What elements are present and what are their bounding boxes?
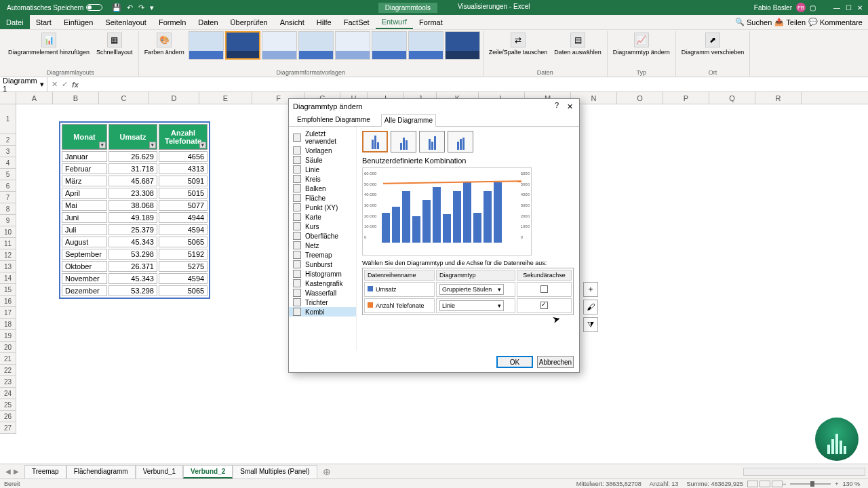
row-header-15[interactable]: 15 xyxy=(0,284,16,296)
chart-type-item[interactable]: Histogramm xyxy=(289,269,356,279)
col-header-E[interactable]: E xyxy=(199,92,252,104)
row-header-27[interactable]: 27 xyxy=(0,422,16,434)
dialog-tab[interactable]: Alle Diagramme xyxy=(381,114,436,127)
cell[interactable]: März xyxy=(62,176,107,186)
row-header-22[interactable]: 22 xyxy=(0,365,16,376)
row-header-7[interactable]: 7 xyxy=(0,192,16,203)
cell[interactable]: Dezember xyxy=(62,285,107,296)
sheet-tab[interactable]: Small Multiples (Panel) xyxy=(233,465,317,479)
row-header-26[interactable]: 26 xyxy=(0,411,16,422)
dialog-tab[interactable]: Empfohlene Diagramme xyxy=(294,114,373,126)
table-header[interactable]: Umsatz▾ xyxy=(108,124,157,150)
select-data-button[interactable]: ▤Daten auswählen xyxy=(551,31,604,57)
zoom-percent[interactable]: 130 % xyxy=(838,481,864,487)
row-header-1[interactable]: 1 xyxy=(0,104,16,134)
chart-type-item[interactable]: Karte xyxy=(289,212,356,222)
cell[interactable]: 5015 xyxy=(159,188,208,199)
filter-arrow-icon[interactable]: ▾ xyxy=(149,142,156,148)
col-header-Q[interactable]: Q xyxy=(709,92,755,104)
chart-type-item[interactable]: Netz xyxy=(289,241,356,250)
cell[interactable]: 45.343 xyxy=(108,273,157,284)
chart-type-item[interactable]: Balken xyxy=(289,184,356,193)
row-header-9[interactable]: 9 xyxy=(0,215,16,226)
chevron-down-icon[interactable]: ▾ xyxy=(40,80,44,89)
cell[interactable]: Januar xyxy=(62,151,107,162)
table-row[interactable]: April23.3085015 xyxy=(62,188,208,199)
row-header-13[interactable]: 13 xyxy=(0,261,16,272)
share-button[interactable]: 📤Teilen xyxy=(774,18,806,26)
fx-icon[interactable]: fx xyxy=(72,81,79,89)
cell[interactable]: 53.298 xyxy=(108,249,157,260)
table-header[interactable]: AnzahlTelefonate▾ xyxy=(159,124,208,150)
switch-row-col-button[interactable]: ⇄Zeile/Spalte tauschen xyxy=(486,31,551,57)
col-header-D[interactable]: D xyxy=(149,92,199,104)
row-header-3[interactable]: 3 xyxy=(0,146,16,157)
row-header-4[interactable]: 4 xyxy=(0,157,16,169)
table-row[interactable]: Februar31.7184313 xyxy=(62,163,208,174)
zoom-out-icon[interactable]: − xyxy=(783,481,786,487)
chart-type-item[interactable]: Wasserfall xyxy=(289,288,356,298)
cell[interactable]: 5275 xyxy=(159,261,208,272)
cell[interactable]: 49.189 xyxy=(108,212,157,223)
menu-item-formeln[interactable]: Formeln xyxy=(153,15,192,29)
col-header-O[interactable]: O xyxy=(617,92,663,104)
save-icon[interactable]: 💾 xyxy=(112,3,121,12)
data-table[interactable]: Monat▾Umsatz▾AnzahlTelefonate▾ Januar26.… xyxy=(59,121,210,299)
chart-type-item[interactable]: Punkt (XY) xyxy=(289,203,356,212)
cell[interactable]: 31.718 xyxy=(108,163,157,174)
chart-elements-plus-icon[interactable]: + xyxy=(583,282,598,297)
cell[interactable]: 5065 xyxy=(159,285,208,296)
cell[interactable]: Oktober xyxy=(62,261,107,272)
cell[interactable]: 38.068 xyxy=(108,200,157,211)
undo-icon[interactable]: ↶ xyxy=(127,3,133,12)
menu-item-hilfe[interactable]: Hilfe xyxy=(311,15,338,29)
col-header-C[interactable]: C xyxy=(99,92,149,104)
cell[interactable]: Juli xyxy=(62,224,107,235)
dialog-close-icon[interactable]: ✕ xyxy=(564,101,575,112)
chart-type-item[interactable]: Linie xyxy=(289,165,356,174)
row-header-2[interactable]: 2 xyxy=(0,134,16,146)
chart-type-item[interactable]: Fläche xyxy=(289,193,356,203)
row-header-25[interactable]: 25 xyxy=(0,399,16,411)
table-row[interactable]: September53.2985192 xyxy=(62,249,208,260)
chart-style-gallery[interactable] xyxy=(189,31,480,60)
move-chart-button[interactable]: ⬈Diagramm verschieben xyxy=(679,31,747,57)
quick-layout-button[interactable]: ▦Schnelllayout xyxy=(94,31,136,57)
chart-type-item[interactable]: Oberfläche xyxy=(289,231,356,241)
chart-type-item[interactable]: Sunburst xyxy=(289,260,356,269)
combo-subtype-3[interactable] xyxy=(419,131,445,152)
zoom-slider[interactable] xyxy=(790,483,831,485)
menu-item-einfügen[interactable]: Einfügen xyxy=(58,15,99,29)
cell[interactable]: 45.687 xyxy=(108,176,157,186)
chart-type-item[interactable]: Treemap xyxy=(289,250,356,260)
row-header-23[interactable]: 23 xyxy=(0,376,16,388)
menu-item-daten[interactable]: Daten xyxy=(192,15,224,29)
secondary-axis-checkbox[interactable] xyxy=(540,285,548,293)
table-row[interactable]: Oktober26.3715275 xyxy=(62,261,208,272)
menu-item-seitenlayout[interactable]: Seitenlayout xyxy=(99,15,153,29)
chart-type-item[interactable]: Trichter xyxy=(289,298,356,307)
table-row[interactable]: Januar26.6294656 xyxy=(62,151,208,162)
chart-type-item[interactable]: Kombi xyxy=(289,307,356,317)
table-row[interactable]: März45.6875091 xyxy=(62,176,208,186)
filter-arrow-icon[interactable]: ▾ xyxy=(199,142,206,148)
sheet-nav-next-icon[interactable]: ▶ xyxy=(14,468,19,475)
menu-item-datei[interactable]: Datei xyxy=(0,15,30,29)
chart-type-item[interactable]: Kurs xyxy=(289,222,356,231)
combo-subtype-2[interactable] xyxy=(391,131,416,152)
row-header-21[interactable]: 21 xyxy=(0,353,16,365)
sheet-tab[interactable]: Treemap xyxy=(24,465,66,479)
cell[interactable]: 4594 xyxy=(159,224,208,235)
cell[interactable]: 5077 xyxy=(159,200,208,211)
cell[interactable]: 53.298 xyxy=(108,285,157,296)
cell[interactable]: 25.379 xyxy=(108,224,157,235)
row-header-19[interactable]: 19 xyxy=(0,330,16,342)
cell[interactable]: 45.343 xyxy=(108,237,157,247)
col-header-R[interactable]: R xyxy=(755,92,802,104)
autosave-toggle[interactable]: Automatisches Speichern xyxy=(3,4,106,12)
sheet-tab[interactable]: Verbund_1 xyxy=(136,465,183,479)
sheet-tab[interactable]: Verbund_2 xyxy=(183,465,233,479)
cell[interactable]: Februar xyxy=(62,163,107,174)
name-box[interactable]: Diagramm 1▾ xyxy=(0,77,47,93)
series-type-select[interactable]: Gruppierte Säulen▾ xyxy=(439,284,504,295)
